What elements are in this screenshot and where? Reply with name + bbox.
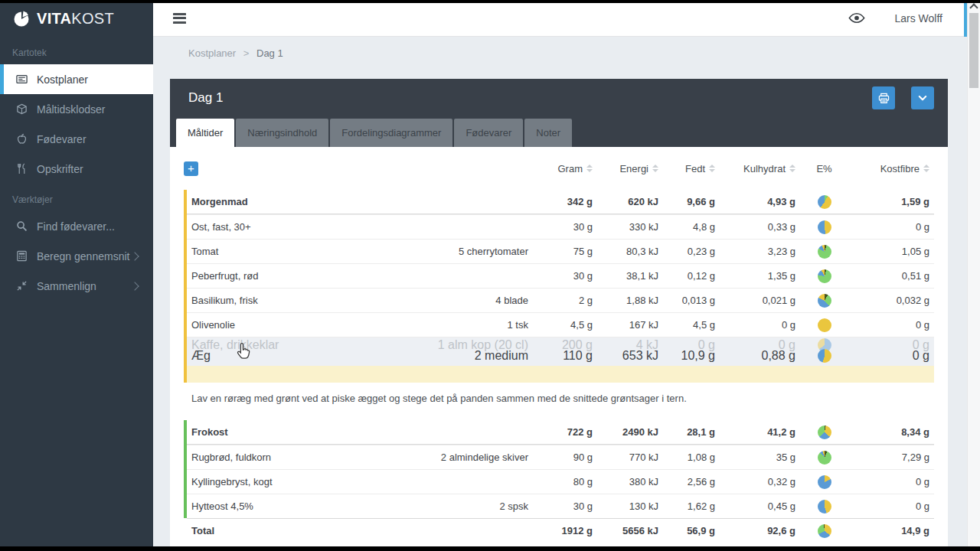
column-header-kostfibre[interactable]: Kostfibre [853,163,929,174]
panel-dropdown-button[interactable] [911,86,934,109]
pie-logo-icon [12,9,31,28]
value-energi: 330 kJ [593,221,658,233]
food-row[interactable]: Æg2 medium110 g653 kJ10,9 g0,88 g0 g [187,347,934,365]
food-name: Æg [187,349,413,363]
tab-fødevarer[interactable]: Fødevarer [454,119,523,147]
column-header-label: Kulhydrat [743,163,786,174]
value-energi: 80,3 kJ [593,246,658,257]
food-row[interactable]: Tomat5 cherrytomater75 g80,3 kJ0,23 g3,2… [187,239,934,263]
portion: 2 almindelige skiver [413,452,528,463]
value-energi: 130 kJ [593,500,658,512]
total-section: Total1912 g5656 kJ56,9 g92,6 g14,9 g [184,518,934,543]
energy-distribution-pie [818,294,831,308]
breadcrumb-kostplaner[interactable]: Kostplaner [188,47,236,59]
tab-noter[interactable]: Noter [524,119,572,147]
energy-distribution-cell [795,294,853,308]
sort-arrows-icon[interactable] [923,165,929,172]
value-energi: 38,1 kJ [593,270,658,282]
user-menu[interactable]: Lars Wolff [894,12,942,24]
tab-næringsindhold[interactable]: Næringsindhold [236,119,328,147]
value-fedt: 0,12 g [658,270,715,282]
energy-distribution-cell [795,524,853,538]
value-gram: 1912 g [528,525,593,536]
food-row[interactable]: Peberfrugt, rød30 g38,1 kJ0,12 g1,35 g0,… [187,263,934,288]
food-row[interactable]: Hytteost 4,5%2 spsk30 g130 kJ1,62 g0,45 … [187,494,934,518]
sort-arrows-icon[interactable] [709,165,715,172]
food-row[interactable]: Olivenolie1 tsk4,5 g167 kJ4,5 g0 g0 g [187,312,934,337]
add-row-button[interactable]: + [184,161,198,176]
sidebar-item-opskrifter[interactable]: Opskrifter [0,154,153,184]
value-gram: 342 g [528,196,593,207]
calc-icon [15,250,28,262]
food-name: Basilikum, frisk [187,295,413,306]
value-kostfibre: 0,51 g [853,270,929,282]
energy-distribution-cell [795,269,853,283]
value-kostfibre: 0,032 g [853,295,929,306]
sidebar-item-label: Kostplaner [37,73,88,86]
column-header-gram[interactable]: Gram [528,163,593,174]
sidebar-item-label: Fødevarer [37,133,87,145]
energy-distribution-cell [795,500,853,514]
sidebar-item-label: Måltidsklodser [37,103,105,116]
tab-fordelingsdiagrammer[interactable]: Fordelingsdiagrammer [330,119,452,147]
plan-icon [15,73,28,86]
value-energi: 5656 kJ [593,525,658,536]
meal-name: Total [187,525,413,536]
sidebar-item-m-ltidsklodser[interactable]: Måltidsklodser [0,94,153,124]
value-kulhydrat: 0,45 g [715,500,795,512]
sidebar-item-f-devarer[interactable]: Fødevarer [0,124,153,154]
value-kostfibre: 0 g [853,500,929,512]
column-header-energi[interactable]: Energi [593,163,658,174]
vitakost-logo[interactable]: VITAKOST [0,0,153,37]
page-scrollbar[interactable] [967,0,980,551]
column-header-e[interactable]: E% [795,163,853,174]
energy-distribution-pie [818,318,831,332]
value-fedt: 28,1 g [658,426,715,438]
chevron-right-icon [130,252,139,260]
sidebar-item-beregn-gennemsnit[interactable]: Beregn gennemsnit [0,241,153,271]
energy-distribution-pie [818,349,831,363]
topbar: Lars Wolff [153,0,967,37]
food-row[interactable]: Basilikum, frisk4 blade2 g1,88 kJ0,013 g… [187,288,934,312]
energy-distribution-pie [818,500,831,514]
hamburger-menu-icon[interactable] [170,8,189,28]
meal-section-frokost: Frokost722 g2490 kJ28,1 g41,2 g8,34 gRug… [184,420,934,518]
portion: 4 blade [413,295,528,306]
scrollbar-thumb[interactable] [969,13,978,88]
breadcrumb-separator: > [243,47,250,59]
tab-måltider[interactable]: Måltider [176,119,234,147]
column-header-label: Gram [558,163,583,174]
meal-header-row[interactable]: Frokost722 g2490 kJ28,1 g41,2 g8,34 g [187,420,934,445]
food-row[interactable]: Rugbrød, fuldkorn2 almindelige skiver90 … [187,445,934,469]
column-header-kulhydrat[interactable]: Kulhydrat [715,163,795,174]
eye-icon[interactable] [848,12,865,24]
drag-cursor-icon [236,342,252,364]
logo-text: VITAKOST [37,10,114,28]
sort-arrows-icon[interactable] [586,165,593,172]
value-kostfibre: 0 g [853,319,929,331]
sidebar-item-sammenlign[interactable]: Sammenlign [0,271,153,301]
food-row[interactable]: Kyllingebryst, kogt80 g380 kJ2,56 g0,32 … [187,469,934,494]
energy-distribution-pie [818,425,831,439]
value-fedt: 9,66 g [658,196,715,207]
drag-target-row[interactable]: Kaffe, drikkeklar1 alm kop (20 cl)200 g4… [187,337,934,366]
value-kulhydrat: 35 g [715,452,795,463]
sort-arrows-icon[interactable] [652,165,658,172]
column-header-label: Fedt [685,163,705,174]
portion: 5 cherrytomater [413,246,528,257]
value-energi: 167 kJ [593,319,658,331]
total-row: Total1912 g5656 kJ56,9 g92,6 g14,9 g [187,518,934,543]
food-row[interactable]: Ost, fast, 30+30 g330 kJ4,8 g0,33 g0 g [187,214,934,239]
meal-header-row[interactable]: Morgenmad342 g620 kJ9,66 g4,93 g1,59 g [187,190,934,214]
energy-distribution-cell [795,318,853,332]
energy-distribution-pie [818,451,831,465]
value-kulhydrat: 3,23 g [715,246,795,257]
sidebar-item-kostplaner[interactable]: Kostplaner [0,64,153,94]
value-gram: 80 g [528,476,593,487]
tab-bar: MåltiderNæringsindholdFordelingsdiagramm… [170,117,948,147]
print-button[interactable] [872,86,895,109]
column-header-fedt[interactable]: Fedt [658,163,715,174]
sidebar-item-find-f-devarer[interactable]: Find fødevarer... [0,211,153,241]
value-energi: 1,88 kJ [593,295,658,306]
sort-arrows-icon[interactable] [789,165,795,172]
